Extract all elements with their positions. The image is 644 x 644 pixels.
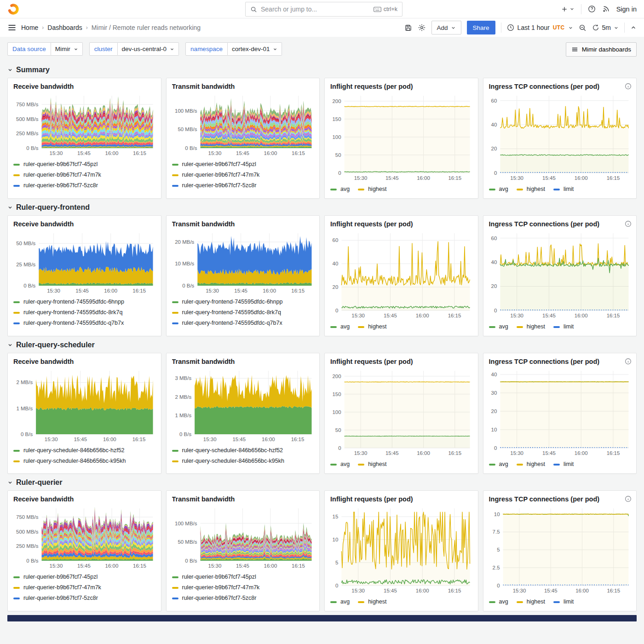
add-panel-button[interactable]: Add <box>431 21 461 34</box>
panel-title[interactable]: Inflight requests (per pod) <box>330 495 472 503</box>
legend-item[interactable]: ruler-query-frontend-745595dfdc-q7b7x <box>172 318 314 328</box>
panel-title[interactable]: Inflight requests (per pod) <box>330 220 472 228</box>
section-header-3[interactable]: Ruler-querier <box>7 478 637 487</box>
datasource-select[interactable]: Mimir <box>51 42 83 56</box>
panel-info-icon[interactable] <box>625 358 632 367</box>
timeseries-chart[interactable]: 100 MB/s50 MB/s0 B/s15:3015:4516:0016:15 <box>172 505 314 570</box>
menu-toggle-icon[interactable] <box>7 23 17 32</box>
timeseries-chart[interactable]: 750 MB/s500 MB/s250 MB/s0 B/s15:3015:451… <box>13 92 155 157</box>
legend-item[interactable]: avg <box>489 597 508 607</box>
timeseries-chart[interactable]: 604020015:3015:4516:0016:15 <box>330 230 472 320</box>
panel-title[interactable]: Ingress TCP connections (per pod) <box>489 358 631 365</box>
collapse-toolbar-icon[interactable] <box>630 24 637 31</box>
panel-title[interactable]: Transmit bandwidth <box>172 495 314 503</box>
section-header-0[interactable]: Summary <box>7 66 637 74</box>
panel-info-icon[interactable] <box>625 83 632 92</box>
namespace-select[interactable]: cortex-dev-01 <box>228 42 282 56</box>
legend-item[interactable]: ruler-query-frontend-745595dfdc-6hnpp <box>13 297 155 307</box>
timeseries-chart[interactable]: 15105015:3015:4516:0016:15 <box>330 505 472 595</box>
panel-info-icon[interactable] <box>625 220 632 229</box>
legend-item[interactable]: ruler-query-scheduler-846b656bc-hzf52 <box>172 445 314 456</box>
panel-title[interactable]: Receive bandwidth <box>13 495 155 503</box>
timeseries-chart[interactable]: 750 MB/s500 MB/s250 MB/s0 B/s15:3015:451… <box>13 505 155 570</box>
section-header-2[interactable]: Ruler-query-scheduler <box>7 341 637 349</box>
legend-item[interactable]: avg <box>489 184 508 195</box>
panel-title[interactable]: Receive bandwidth <box>13 83 155 90</box>
timeseries-chart[interactable]: 40302010015:3015:4516:0016:15 <box>489 367 631 457</box>
legend-item[interactable]: ruler-querier-b9b67fcf7-45pzl <box>172 159 314 170</box>
panel-title[interactable]: Inflight requests (per pod) <box>330 83 472 90</box>
legend-item[interactable]: ruler-querier-b9b67fcf7-47m7k <box>13 582 155 593</box>
legend-item[interactable]: highest <box>358 184 386 195</box>
legend-item[interactable]: limit <box>553 184 574 195</box>
variable-label[interactable]: cluster <box>89 42 118 56</box>
panel-title[interactable]: Transmit bandwidth <box>172 220 314 228</box>
section-header-1[interactable]: Ruler-query-frontend <box>7 203 637 212</box>
dashboard-settings-button[interactable] <box>418 23 426 32</box>
legend-item[interactable]: ruler-querier-b9b67fcf7-5zc8r <box>13 180 155 191</box>
legend-item[interactable]: highest <box>358 459 386 470</box>
legend-item[interactable]: ruler-query-frontend-745595dfdc-q7b7x <box>13 318 155 328</box>
variable-label[interactable]: Data source <box>7 42 51 56</box>
sign-in-link[interactable]: Sign in <box>616 6 637 13</box>
legend-item[interactable]: highest <box>517 322 545 332</box>
legend-item[interactable]: ruler-query-scheduler-846b656bc-k95kh <box>13 456 155 466</box>
legend-item[interactable]: ruler-querier-b9b67fcf7-45pzl <box>13 572 155 582</box>
cluster-select[interactable]: dev-us-central-0 <box>118 42 179 56</box>
panel-title[interactable]: Ingress TCP connections (per pod) <box>489 83 631 90</box>
panel-title[interactable]: Receive bandwidth <box>13 220 155 228</box>
legend-item[interactable]: ruler-querier-b9b67fcf7-45pzl <box>13 159 155 170</box>
legend-item[interactable]: highest <box>358 322 386 332</box>
timeseries-chart[interactable]: 2 MB/s1 MB/s0 B/s15:3015:4516:0016:15 <box>13 367 155 443</box>
new-menu-button[interactable] <box>561 6 575 13</box>
refresh-picker[interactable]: 5m <box>592 24 619 31</box>
legend-item[interactable]: ruler-querier-b9b67fcf7-47m7k <box>172 582 314 593</box>
legend-item[interactable]: limit <box>553 322 574 332</box>
grafana-logo[interactable] <box>7 3 19 15</box>
legend-item[interactable]: ruler-query-scheduler-846b656bc-k95kh <box>172 456 314 466</box>
legend-item[interactable]: highest <box>517 184 545 195</box>
mimir-dashboards-button[interactable]: Mimir dashboards <box>566 42 637 57</box>
help-button[interactable] <box>588 5 596 13</box>
panel-title[interactable]: Transmit bandwidth <box>172 83 314 90</box>
timeseries-chart[interactable]: 50 MB/s25 MB/s0 B/s15:3015:4516:0016:15 <box>13 230 155 295</box>
legend-item[interactable]: ruler-querier-b9b67fcf7-47m7k <box>13 170 155 180</box>
news-button[interactable] <box>602 5 610 13</box>
legend-item[interactable]: ruler-query-frontend-745595dfdc-6hnpp <box>172 297 314 307</box>
search-input[interactable]: Search or jump to... ctrl+k <box>245 2 402 17</box>
legend-item[interactable]: ruler-query-frontend-745595dfdc-8rk7q <box>172 307 314 318</box>
legend-item[interactable]: ruler-query-frontend-745595dfdc-8rk7q <box>13 307 155 318</box>
legend-item[interactable]: ruler-query-scheduler-846b656bc-hzf52 <box>13 445 155 456</box>
panel-info-icon[interactable] <box>625 495 632 504</box>
timeseries-chart[interactable]: 20 MB/s10 MB/s0 B/s15:3015:4516:0016:15 <box>172 230 314 295</box>
legend-item[interactable]: highest <box>517 597 545 607</box>
legend-item[interactable]: ruler-querier-b9b67fcf7-47m7k <box>172 170 314 180</box>
legend-item[interactable]: avg <box>330 459 350 470</box>
legend-item[interactable]: ruler-querier-b9b67fcf7-5zc8r <box>172 593 314 604</box>
timeseries-chart[interactable]: 604020015:3015:4516:0016:15 <box>489 230 631 320</box>
variable-label[interactable]: namespace <box>185 42 228 56</box>
legend-item[interactable]: highest <box>517 459 545 470</box>
panel-title[interactable]: Ingress TCP connections (per pod) <box>489 220 631 228</box>
legend-item[interactable]: limit <box>553 459 574 470</box>
timeseries-chart[interactable]: 3 MB/s2 MB/s1 MB/s0 B/s15:3015:4516:0016… <box>172 367 314 443</box>
legend-item[interactable]: highest <box>358 597 386 607</box>
legend-item[interactable]: avg <box>330 597 350 607</box>
legend-item[interactable]: limit <box>553 597 574 607</box>
share-button[interactable]: Share <box>467 21 495 34</box>
legend-item[interactable]: ruler-querier-b9b67fcf7-5zc8r <box>13 593 155 604</box>
breadcrumb-home[interactable]: Home <box>21 24 38 31</box>
panel-title[interactable]: Receive bandwidth <box>13 358 155 365</box>
legend-item[interactable]: avg <box>489 459 508 470</box>
panel-title[interactable]: Transmit bandwidth <box>172 358 314 365</box>
breadcrumb-dashboards[interactable]: Dashboards <box>47 24 82 31</box>
panel-title[interactable]: Inflight requests (per pod) <box>330 358 472 365</box>
save-dashboard-button[interactable] <box>404 24 412 32</box>
legend-item[interactable]: ruler-querier-b9b67fcf7-45pzl <box>172 572 314 582</box>
zoom-out-time-button[interactable] <box>579 24 586 32</box>
timeseries-chart[interactable]: 20015010050015:3015:4516:0016:15 <box>330 92 472 182</box>
timeseries-chart[interactable]: 604020015:3015:4516:0016:15 <box>489 92 631 182</box>
timeseries-chart[interactable]: 20015010050015:3015:4516:0016:15 <box>330 367 472 457</box>
panel-title[interactable]: Ingress TCP connections (per pod) <box>489 495 631 503</box>
timeseries-chart[interactable]: 107.552.5015:3015:4516:0016:15 <box>489 505 631 595</box>
